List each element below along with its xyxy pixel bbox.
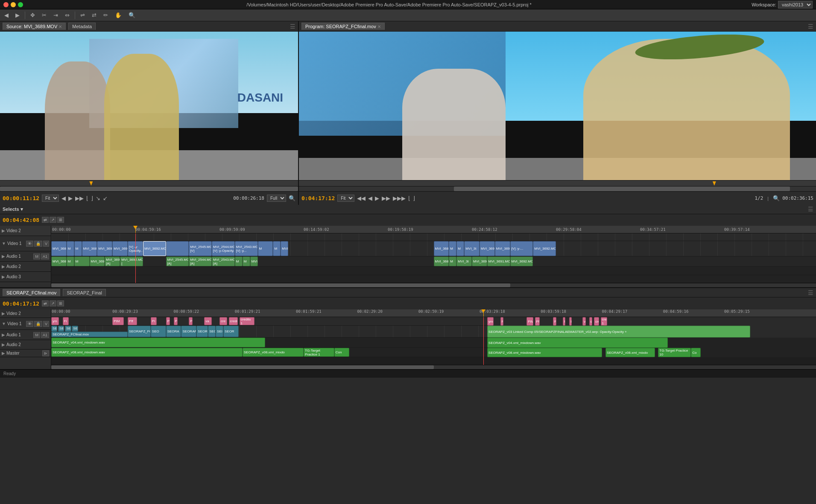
toolbar-ripple[interactable]: ⇥: [52, 11, 60, 19]
program-ctrl-next[interactable]: ▶▶▶: [393, 195, 406, 201]
program-scrollbar-thumb[interactable]: [454, 186, 790, 191]
bt-clip-ym1[interactable]: ym: [51, 317, 59, 325]
bt-v1-seo2[interactable]: SEO: [151, 326, 166, 337]
audio-mvi2544-a[interactable]: MVI_2544.MOV [A]: [189, 256, 212, 266]
bt-clip-ym2[interactable]: ym: [487, 317, 494, 326]
bottom-a1-expand[interactable]: ▶: [2, 332, 5, 337]
bt-v1-sei1[interactable]: SEI: [65, 326, 71, 332]
program-ctrl-mark-out[interactable]: ⌋: [413, 195, 415, 201]
selects-v1-eye[interactable]: 👁: [26, 241, 33, 247]
source-ctrl-prev-frame[interactable]: ◀: [61, 195, 66, 201]
toolbar-razor[interactable]: ✂: [40, 11, 48, 19]
clip-mvi3692[interactable]: MVI_3692.MOV: [143, 241, 166, 256]
selects-v1-lock[interactable]: 🔒: [34, 241, 42, 247]
bottom-timeline-menu[interactable]: ☰: [808, 289, 813, 296]
clip-mvi3691-2[interactable]: MVI_3691.MOV: [495, 241, 510, 256]
bt-a2-right-clip4[interactable]: Co: [691, 348, 701, 357]
bt-clip-cre[interactable]: cre: [219, 317, 227, 325]
workspace-select[interactable]: vashi2013: [778, 1, 813, 9]
bottom-v1-sync[interactable]: V: [43, 321, 49, 327]
selects-a1-mute[interactable]: M: [33, 253, 40, 259]
bottom-v1-lock[interactable]: 🔒: [34, 321, 42, 327]
bt-v1-seofc[interactable]: SEORAPZ_FC: [181, 326, 196, 337]
toolbar-slip[interactable]: ⇌: [79, 11, 87, 19]
bt-a1-clip1[interactable]: SEORAPZ_v04.xml_mixdown.wav: [51, 338, 265, 347]
audio-m1[interactable]: M: [67, 256, 74, 266]
audio-m5[interactable]: M: [449, 256, 456, 266]
source-ctrl-play[interactable]: ▶: [68, 195, 73, 201]
selects-a2-expand[interactable]: ▶: [2, 264, 5, 269]
toolbar-roll[interactable]: ⇔: [63, 11, 71, 19]
audio-m3[interactable]: M: [235, 256, 243, 266]
source-tab[interactable]: Source: MVI_3689.MOV ✕: [3, 23, 66, 30]
bt-clip-credits2[interactable]: credits 1: [601, 317, 607, 326]
bt-a2-clip-mid[interactable]: SEORAPZ_v08.xml_mixdo: [243, 348, 304, 357]
audio-mvi3690-2[interactable]: MVI_3690.: [472, 256, 487, 266]
program-zoom-scrollbar[interactable]: [299, 186, 816, 191]
clip-m5[interactable]: M: [449, 241, 456, 256]
bottom-v1-eye[interactable]: 👁: [26, 321, 33, 327]
bt-v1-linked-comp[interactable]: SEORAPZ_v03 Linked Comp 05/SEORAPZFINALA…: [487, 326, 750, 338]
clip-v-y2[interactable]: [V] :y-...: [510, 241, 533, 256]
bt-clip-p1[interactable]: P: [166, 317, 170, 325]
selects-ctrl-btn2[interactable]: ↗: [50, 217, 56, 223]
clip-mvi2545-1[interactable]: MVI_2545.MOV [V]: [189, 241, 212, 256]
bt-v1-seo3[interactable]: SEO: [208, 326, 216, 337]
bt-clip-va2[interactable]: va: [582, 317, 586, 326]
source-ctrl-mark-in[interactable]: ⌊: [86, 195, 88, 201]
selects-v1-sync[interactable]: V: [43, 241, 49, 247]
source-ctrl-overwrite[interactable]: ↙: [103, 195, 108, 201]
audio-m2[interactable]: M: [74, 256, 90, 266]
clip-m2[interactable]: M: [74, 241, 82, 256]
toolbar-zoom[interactable]: 🔍: [127, 11, 137, 19]
clip-mvi2543-1[interactable]: MVI_2543.MOV [V] :y...: [235, 241, 258, 256]
close-button[interactable]: [3, 2, 9, 7]
toolbar-pen[interactable]: ✏: [102, 11, 110, 19]
bottom-hscrollbar-thumb[interactable]: [51, 365, 434, 369]
program-zoom-icon[interactable]: 🔍: [773, 195, 780, 201]
clip-mvi3690-2[interactable]: MVI_3690.: [480, 241, 495, 256]
bt-clip-pim2[interactable]: PIM: [526, 317, 533, 326]
bt-v1-seorap[interactable]: SEORAP:: [196, 326, 208, 337]
source-ctrl-mark-out[interactable]: ⌋: [91, 195, 93, 201]
bt-v1-fch[interactable]: SEORAPZ_FCh: [128, 326, 151, 337]
clip-mvi2544-1[interactable]: MVI_2544.MOV [V] :y-Opacity...: [212, 241, 235, 256]
bt-a2-clip-tg[interactable]: TG-Target Practice 1: [304, 348, 334, 357]
maximize-button[interactable]: [18, 2, 23, 7]
clip-mvi3692-2[interactable]: MVI_3692.MOV: [533, 241, 556, 256]
selects-ctrl-btn3[interactable]: ⊞: [57, 217, 64, 223]
bt-v1-seora[interactable]: SEORA: [166, 326, 181, 337]
toolbar-arrow-right[interactable]: ▶: [14, 11, 21, 19]
bt-a2-clip-con[interactable]: Con: [334, 348, 350, 357]
audio-mvi3691-a[interactable]: MVI_3691.MOV [A]: [105, 256, 120, 266]
selects-a1-expand[interactable]: ▶: [2, 254, 5, 259]
bt-clip-fi[interactable]: Fi: [63, 317, 69, 325]
toolbar-arrow-left[interactable]: ◀: [3, 11, 10, 19]
bt-clip-pff2[interactable]: Pff: [535, 317, 540, 326]
selects-hscrollbar[interactable]: [51, 283, 816, 287]
audio-mvi368-1[interactable]: MVI_368: [51, 256, 67, 266]
audio-mvi3692-a2[interactable]: MVI_3692.MOV: [510, 256, 533, 266]
clip-mvi3690[interactable]: MVI_3690.J: [97, 241, 112, 256]
bt-v1-fcfinal[interactable]: SEORAPZ_FCfinal.mov: [51, 332, 128, 338]
program-ctrl-mark-in[interactable]: ⌊: [408, 195, 410, 201]
bottom-hscrollbar[interactable]: [51, 365, 816, 369]
bottom-timecode[interactable]: 00:04:17:12: [3, 300, 39, 307]
bottom-tab-final[interactable]: SEORAPZ_Final: [63, 289, 106, 296]
bt-v1-seor[interactable]: SEOR: [223, 326, 239, 337]
audio-m4[interactable]: M: [243, 256, 250, 266]
selects-v1-expand[interactable]: ▼: [2, 241, 6, 246]
program-ctrl-prev[interactable]: ◀◀: [357, 195, 366, 201]
program-monitor-menu[interactable]: ☰: [808, 23, 813, 30]
bottom-a1-sync[interactable]: A1: [41, 332, 49, 338]
bt-clip-p4[interactable]: P: [563, 317, 565, 326]
bt-clip-fi2[interactable]: Fi: [500, 317, 504, 326]
program-tab[interactable]: Program: SEORAPZ_FCfinal.mov ✕: [301, 23, 385, 30]
program-ctrl-prev-frame[interactable]: ◀: [368, 195, 372, 201]
bottom-v1-expand[interactable]: ▼: [2, 321, 6, 326]
bt-clip-p2[interactable]: P: [174, 317, 178, 325]
toolbar-hand[interactable]: ✋: [113, 11, 123, 19]
clip-m3[interactable]: M: [258, 241, 273, 256]
program-fit-select[interactable]: Fit: [337, 195, 354, 202]
source-monitor-menu[interactable]: ☰: [290, 23, 295, 30]
